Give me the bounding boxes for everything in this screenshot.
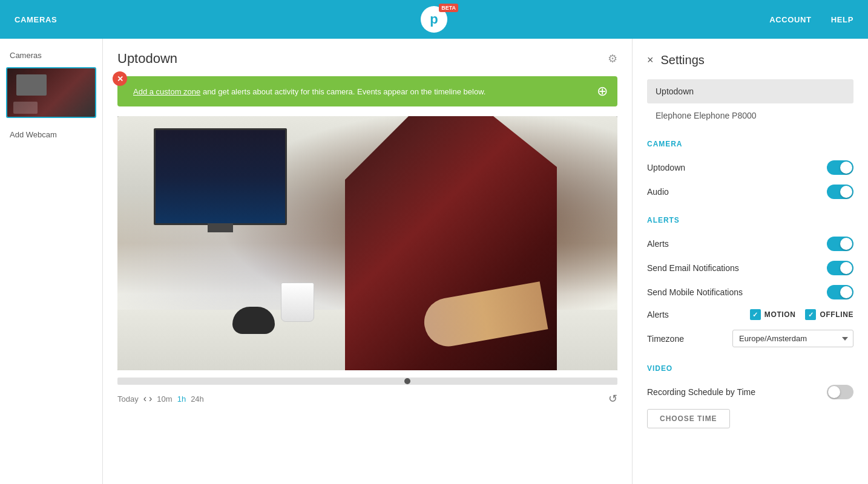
timeline-bar[interactable]: [117, 378, 617, 385]
alert-banner: ✕ Add a custom zone and get alerts about…: [117, 76, 617, 106]
settings-title: Settings: [661, 53, 705, 67]
content-area: Uptodown ⚙ ✕ Add a custom zone and get a…: [103, 39, 632, 484]
setting-label-email: Send Email Notifications: [647, 263, 739, 273]
settings-header: × Settings: [647, 53, 853, 67]
nav-arrows: ‹ ›: [143, 393, 153, 404]
main-layout: Cameras Add Webcam Uptodown ⚙ ✕ Add a cu…: [0, 39, 868, 484]
alerts-section-title: ALERTS: [647, 216, 853, 224]
setting-row-audio: Audio: [647, 180, 853, 204]
add-custom-zone-link[interactable]: Add a custom zone: [133, 87, 200, 96]
toggle-audio[interactable]: [827, 185, 853, 199]
toggle-email[interactable]: [827, 261, 853, 275]
timezone-label: Timezone: [647, 334, 684, 344]
setting-row-alerts: Alerts: [647, 232, 853, 256]
setting-label-uptodown: Uptodown: [647, 163, 685, 172]
offline-checkbox-item: ✓ OFFLINE: [805, 309, 853, 320]
logo-circle: p BETA: [421, 6, 447, 33]
choose-time-button[interactable]: CHOOSE TIME: [647, 409, 730, 428]
setting-label-alerts: Alerts: [647, 239, 669, 249]
toggle-uptodown[interactable]: [827, 160, 853, 175]
setting-row-email: Send Email Notifications: [647, 256, 853, 280]
settings-panel: × Settings Uptodown Elephone Elephone P8…: [632, 39, 868, 484]
video-section-title: VIDEO: [647, 364, 853, 373]
timezone-row: Timezone Europe/Amsterdam America/New_Yo…: [647, 325, 853, 352]
camera-thumbnail[interactable]: [6, 67, 96, 118]
help-link[interactable]: HELP: [831, 15, 853, 24]
today-label: Today: [117, 394, 139, 404]
settings-gear-icon[interactable]: ⚙: [608, 52, 617, 65]
motion-label: MOTION: [764, 310, 796, 319]
recording-label: Recording Schedule by Time: [647, 387, 755, 397]
logo-letter: p: [430, 11, 438, 27]
next-arrow[interactable]: ›: [149, 393, 152, 404]
mug-shape: [281, 283, 314, 322]
camera-list-elephone[interactable]: Elephone Elephone P8000: [647, 103, 853, 128]
time-opt-1h[interactable]: 1h: [177, 394, 186, 404]
toggle-alerts[interactable]: [827, 237, 853, 251]
alert-plus-button[interactable]: ⊕: [597, 83, 608, 99]
mouse-shape: [232, 307, 275, 334]
alert-close-button[interactable]: ✕: [113, 71, 127, 86]
monitor-shape: [154, 128, 287, 225]
motion-checkbox-item: ✓ MOTION: [750, 309, 796, 320]
beta-badge: BETA: [439, 4, 458, 12]
camera-thumb-image: [7, 68, 95, 117]
sidebar-title: Cameras: [0, 51, 102, 67]
add-webcam-button[interactable]: Add Webcam: [0, 123, 102, 146]
camera-feed: [117, 116, 617, 370]
refresh-icon[interactable]: ↺: [608, 392, 617, 405]
setting-row-uptodown: Uptodown: [647, 155, 853, 180]
toggle-mobile[interactable]: [827, 285, 853, 299]
time-opt-10m[interactable]: 10m: [157, 394, 172, 404]
content-header: Uptodown ⚙: [117, 51, 617, 67]
account-link[interactable]: ACCOUNT: [769, 15, 812, 24]
motion-checkbox[interactable]: ✓: [750, 309, 761, 320]
sidebar: Cameras Add Webcam: [0, 39, 103, 484]
toggle-recording[interactable]: [827, 385, 853, 399]
timezone-select[interactable]: Europe/Amsterdam America/New_York Americ…: [732, 330, 853, 347]
header: CAMERAS p BETA ACCOUNT HELP: [0, 0, 868, 39]
header-nav: ACCOUNT HELP: [769, 15, 853, 24]
timeline-nav: Today ‹ › 10m 1h 24h: [117, 393, 204, 404]
logo: p BETA: [421, 6, 447, 33]
prev-arrow[interactable]: ‹: [143, 393, 146, 404]
checkbox-row: ✓ MOTION ✓ OFFLINE: [750, 309, 853, 320]
camera-section-title: CAMERA: [647, 140, 853, 148]
camera-list-uptodown[interactable]: Uptodown: [647, 79, 853, 103]
settings-close-button[interactable]: ×: [647, 54, 654, 67]
alert-types-label: Alerts: [647, 310, 669, 319]
offline-checkbox[interactable]: ✓: [805, 309, 816, 320]
setting-label-mobile: Send Mobile Notifications: [647, 287, 743, 297]
timeline-controls: Today ‹ › 10m 1h 24h ↺: [117, 392, 617, 405]
page-title: Uptodown: [117, 51, 177, 67]
timeline-dot: [404, 378, 410, 384]
setting-row-recording: Recording Schedule by Time: [647, 380, 853, 404]
alert-text: Add a custom zone and get alerts about a…: [133, 87, 485, 96]
setting-row-mobile: Send Mobile Notifications: [647, 280, 853, 304]
cameras-nav-label[interactable]: CAMERAS: [15, 15, 57, 24]
offline-label: OFFLINE: [820, 310, 853, 319]
time-options: 10m 1h 24h: [157, 394, 203, 404]
alert-types-row: Alerts ✓ MOTION ✓ OFFLINE: [647, 304, 853, 325]
camera-feed-visual: [117, 116, 617, 370]
time-opt-24h[interactable]: 24h: [191, 394, 204, 404]
setting-label-audio: Audio: [647, 187, 669, 197]
